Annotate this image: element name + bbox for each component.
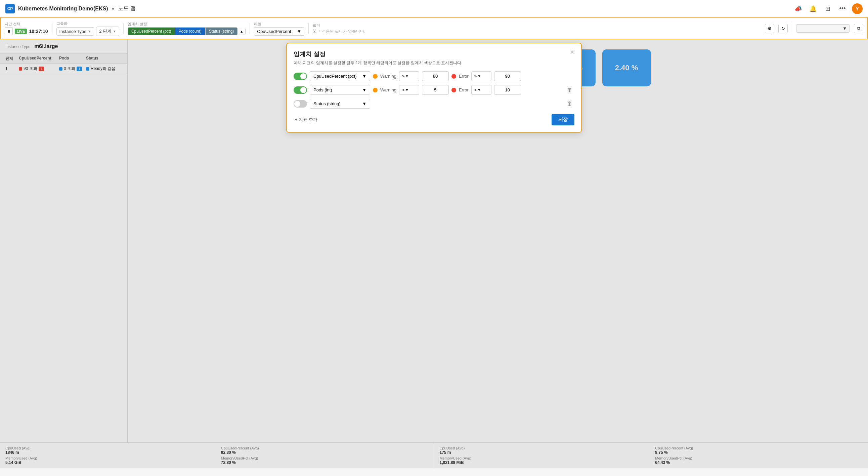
threshold-row-2: Status (string) ▼ 🗑 <box>293 99 575 109</box>
chevron-down-icon: ▼ <box>842 26 847 31</box>
warning-dot-1 <box>373 88 378 92</box>
threshold-row-1: Pods (int) ▼ Warning > ▼ Error > ▼ 🗑 <box>293 85 575 95</box>
pill-pods[interactable]: Pods (count) <box>175 27 205 35</box>
filter-group: 필터 ⊻ + 적용된 필터가 없습니다. <box>313 23 761 34</box>
warning-dot-0 <box>373 74 378 79</box>
chevron-down-icon: ▼ <box>362 87 367 92</box>
modal-description: 아래 지표의 임계치를 설정할 경우 1개 항목만 해당되어도 설정한 임계치 … <box>293 60 575 66</box>
chevron-down-icon: ▼ <box>362 73 367 79</box>
time-group: 시간 선택 ⏸ LIVE 10:27:10 <box>5 22 48 35</box>
error-condition-1[interactable]: > ▼ <box>471 85 491 95</box>
threshold-label: 임계치 설정 <box>128 22 246 27</box>
metric-select-1[interactable]: Pods (int) ▼ <box>310 85 370 95</box>
toggle-0[interactable] <box>293 72 307 80</box>
warning-value-0[interactable] <box>422 71 449 81</box>
toggle-knob-0 <box>300 73 306 79</box>
toggle-1[interactable] <box>293 86 307 94</box>
warning-label-1: Warning <box>380 87 396 92</box>
time-label: 시간 선택 <box>5 22 48 27</box>
chevron-down-icon: ▼ <box>362 101 367 106</box>
topbar: CP Kubernetes Monitoring Demo(EKS) ▼ 노드 … <box>0 0 868 18</box>
copy-button[interactable]: ⧉ <box>854 24 863 33</box>
warning-label-0: Warning <box>380 73 396 79</box>
filter-label: 필터 <box>313 23 761 28</box>
delete-row-2-button[interactable]: 🗑 <box>565 99 575 109</box>
warning-condition-1[interactable]: > ▼ <box>399 85 419 95</box>
filter-controls: ⊻ + 적용된 필터가 없습니다. <box>313 29 761 34</box>
more-icon[interactable]: ••• <box>837 3 848 14</box>
grid-icon[interactable]: ⊞ <box>822 3 833 14</box>
threshold-pills: CpuUsedPercent (pct) Pods (count) Status… <box>128 27 246 35</box>
bell-icon[interactable]: 🔔 <box>808 3 818 14</box>
gear-button[interactable]: ⚙ <box>765 24 774 33</box>
instance-type-select[interactable]: Instance Type ▼ <box>56 27 94 36</box>
avatar: Y <box>852 3 863 14</box>
delete-row-1-button[interactable]: 🗑 <box>565 85 575 95</box>
add-metric-button[interactable]: + 지표 추가 <box>293 115 319 124</box>
chevron-down-icon: ▼ <box>477 88 481 92</box>
refresh-button[interactable]: ↻ <box>778 24 788 33</box>
search-select[interactable]: ▼ <box>796 24 850 33</box>
pill-status[interactable]: Status (string) <box>205 27 238 35</box>
error-value-0[interactable] <box>494 71 521 81</box>
modal-overlay: × 임계치 설정 아래 지표의 임계치를 설정할 경우 1개 항목만 해당되어도… <box>0 39 868 468</box>
pause-button[interactable]: ⏸ <box>5 27 13 35</box>
error-label-0: Error <box>459 73 469 79</box>
label-label: 라벨 <box>254 22 304 27</box>
modal-title: 임계치 설정 <box>293 50 575 58</box>
announcement-icon[interactable]: 📣 <box>793 3 804 14</box>
modal-close-button[interactable]: × <box>568 48 577 56</box>
error-value-1[interactable] <box>494 85 521 95</box>
chevron-down-icon: ▼ <box>88 30 91 33</box>
chevron-down-icon: ▼ <box>405 74 409 78</box>
page-subtitle: 노드 맵 <box>118 5 135 12</box>
save-button[interactable]: 저장 <box>552 114 575 125</box>
chevron-down-icon: ▼ <box>477 74 481 78</box>
threshold-modal: × 임계치 설정 아래 지표의 임계치를 설정할 경우 1개 항목만 해당되어도… <box>286 43 582 133</box>
threshold-row-0: CpuUsedPercent (pct) ▼ Warning > ▼ Error… <box>293 71 575 81</box>
toolbar: 시간 선택 ⏸ LIVE 10:27:10 그룹화 Instance Type … <box>0 18 868 39</box>
divider-4 <box>308 23 309 34</box>
logo: CP <box>5 4 15 13</box>
time-display: 10:27:10 <box>29 29 48 34</box>
group-label: 그룹화 <box>56 21 119 26</box>
error-condition-0[interactable]: > ▼ <box>471 71 491 81</box>
step-select[interactable]: 2 단계 ▼ <box>96 27 119 36</box>
divider-1 <box>52 23 53 34</box>
pill-cpu[interactable]: CpuUsedPercent (pct) <box>128 27 175 35</box>
group-group: 그룹화 Instance Type ▼ 2 단계 ▼ <box>56 21 119 36</box>
metric-select-0[interactable]: CpuUsedPercent (pct) ▼ <box>310 71 370 81</box>
divider-3 <box>250 23 250 34</box>
modal-footer: + 지표 추가 저장 <box>293 114 575 125</box>
live-badge: LIVE <box>15 29 27 34</box>
error-label-1: Error <box>459 87 469 92</box>
error-dot-1 <box>452 88 456 92</box>
divider-2 <box>123 23 124 34</box>
toggle-2[interactable] <box>293 100 307 108</box>
group-controls: Instance Type ▼ 2 단계 ▼ <box>56 27 119 36</box>
toggle-knob-2 <box>294 101 300 107</box>
label-select[interactable]: CpuUsedPercent ▼ <box>254 27 304 36</box>
app-title: Kubernetes Monitoring Demo(EKS) <box>18 6 108 12</box>
funnel-icon: ⊻ <box>313 29 316 34</box>
warning-value-1[interactable] <box>422 85 449 95</box>
threshold-group: 임계치 설정 CpuUsedPercent (pct) Pods (count)… <box>128 22 246 35</box>
topbar-actions: 📣 🔔 ⊞ ••• Y <box>793 3 863 14</box>
time-controls: ⏸ LIVE 10:27:10 <box>5 27 48 35</box>
chevron-down-icon: ▼ <box>405 88 409 92</box>
pill-toggle-arrow[interactable]: ▲ <box>238 28 246 35</box>
chevron-down-icon: ▼ <box>297 29 301 34</box>
title-arrow[interactable]: ▼ <box>111 6 116 11</box>
warning-condition-0[interactable]: > ▼ <box>399 71 419 81</box>
divider-5 <box>792 23 792 34</box>
toggle-knob-1 <box>300 87 306 93</box>
chevron-down-icon: ▼ <box>113 30 116 33</box>
error-dot-0 <box>452 74 456 79</box>
filter-placeholder: + 적용된 필터가 없습니다. <box>318 29 365 34</box>
label-group: 라벨 CpuUsedPercent ▼ <box>254 22 304 36</box>
metric-select-2[interactable]: Status (string) ▼ <box>310 99 370 109</box>
threshold-controls: CpuUsedPercent (pct) Pods (count) Status… <box>128 27 246 35</box>
